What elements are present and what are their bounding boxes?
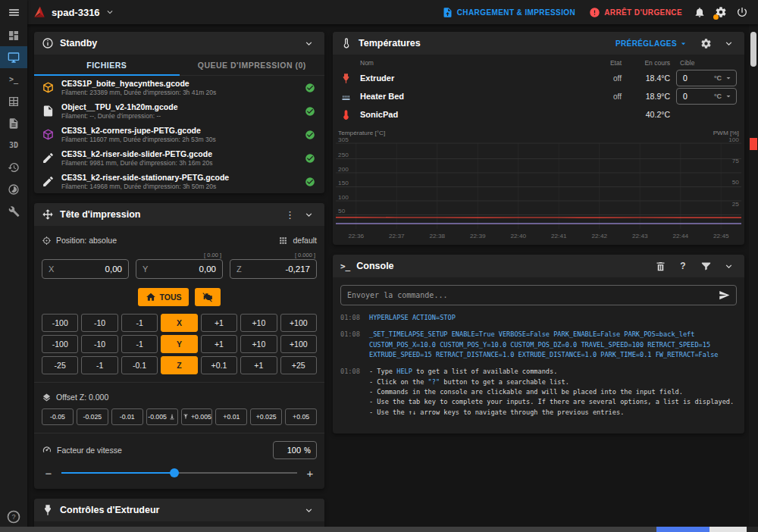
jog-button-y-+1[interactable]: +1 — [201, 335, 237, 353]
help-icon[interactable]: ? — [6, 509, 21, 524]
sidebar-item-history[interactable] — [0, 156, 27, 178]
axis-input-x[interactable]: X0,00 — [42, 259, 129, 279]
sidebar-item-printer-control[interactable] — [0, 46, 27, 68]
axis-input-y[interactable]: Y0,00 — [136, 259, 223, 279]
jog-button-z--0.1[interactable]: -0.1 — [121, 356, 158, 374]
svg-text:?: ? — [11, 513, 15, 521]
jog-button-x-+100[interactable]: +100 — [280, 314, 317, 332]
z-offset-button-+0.01[interactable]: +0.01 — [215, 408, 247, 425]
notifications-button[interactable] — [690, 2, 709, 22]
clear-console-button[interactable] — [652, 258, 669, 274]
file-row[interactable]: CE3S1P_boite_hyacynthes.gcodeFilament: 2… — [34, 76, 324, 99]
jog-axis-z[interactable]: Z — [161, 356, 197, 374]
send-icon[interactable] — [719, 289, 730, 301]
console-command-input[interactable] — [347, 291, 713, 299]
heater-name[interactable]: SonicPad — [360, 110, 588, 119]
axis-offset-hint: [ 0.000 ] — [295, 252, 315, 258]
slider-thumb[interactable] — [170, 468, 179, 477]
arrow-down-bar-icon — [168, 413, 176, 421]
jog-button-x--10[interactable]: -10 — [81, 314, 117, 332]
caret-down-icon[interactable] — [724, 74, 733, 83]
speed-factor-slider[interactable] — [61, 466, 297, 480]
sidebar-nav: >_ 3D ? — [0, 0, 27, 532]
box-icon — [42, 81, 55, 94]
jog-button-z-+0.1[interactable]: +0.1 — [201, 356, 237, 374]
motors-off-button[interactable] — [195, 288, 221, 306]
jog-button-z--25[interactable]: -25 — [42, 356, 78, 374]
sidebar-item-heightmap[interactable] — [0, 90, 27, 112]
presets-button[interactable]: PRÉRÉGLAGES — [612, 36, 691, 52]
sidebar-item-3d-viewer[interactable]: 3D — [0, 134, 27, 156]
z-offset-button-+0.005[interactable]: +0.005 — [181, 408, 213, 425]
heater-current: 40.2°C — [622, 110, 670, 119]
axis-offset-hint: [ 0.00 ] — [204, 252, 221, 258]
tab-fichiers[interactable]: FICHIERS — [34, 55, 180, 75]
emergency-stop-button[interactable]: ARRÊT D'URGENCE — [583, 2, 688, 23]
scrollbar-thumb[interactable] — [750, 32, 756, 67]
sidebar-item-gcode-files[interactable] — [0, 112, 27, 134]
tab-queue-impression[interactable]: QUEUE D'IMPRESSION (0) — [180, 55, 325, 75]
speed-factor-unit: % — [304, 446, 311, 455]
heater-target-input[interactable]: 0°C — [676, 70, 737, 86]
jog-button-z-+1[interactable]: +1 — [240, 356, 277, 374]
jog-button-z-+25[interactable]: +25 — [280, 356, 317, 374]
upload-print-button[interactable]: CHARGEMENT & IMPRESSION — [436, 2, 581, 23]
toolhead-menu-icon[interactable]: ⋮ — [285, 210, 294, 220]
jog-button-y-+100[interactable]: +100 — [280, 335, 317, 353]
sidebar-item-timelapse[interactable] — [0, 178, 27, 200]
axis-input-z[interactable]: Z-0,217 — [230, 259, 317, 279]
collapse-toolhead-button[interactable] — [300, 206, 317, 223]
jog-button-x--1[interactable]: -1 — [121, 314, 158, 332]
jog-button-y--10[interactable]: -10 — [81, 335, 117, 353]
speedometer-icon — [42, 445, 52, 455]
file-row[interactable]: Object__TPU_v2-1h20m.gcodeFilament: --, … — [34, 99, 324, 123]
power-button[interactable] — [732, 2, 752, 22]
jog-axis-y[interactable]: Y — [161, 335, 197, 353]
sidebar-item-dashboard[interactable] — [0, 24, 27, 46]
console-filter-button[interactable] — [697, 258, 714, 274]
collapse-temperatures-button[interactable] — [720, 35, 737, 52]
heater-row: SonicPad40.2°C — [340, 105, 737, 124]
vertical-scrollbar[interactable] — [749, 24, 758, 527]
file-row[interactable]: CE3S1_k2-riser-side-stationary-PETG.gcod… — [34, 170, 324, 193]
heater-target-input[interactable]: 0°C — [676, 88, 737, 105]
home-all-button[interactable]: TOUS — [138, 288, 190, 306]
sidebar-item-machine[interactable] — [0, 200, 27, 222]
settings-button[interactable] — [711, 2, 731, 22]
z-offset-button--0.005[interactable]: -0.005 — [146, 408, 178, 425]
upload-print-label: CHARGEMENT & IMPRESSION — [457, 8, 575, 17]
jog-button-y--1[interactable]: -1 — [121, 335, 158, 353]
caret-down-icon — [678, 39, 688, 49]
heater-name[interactable]: Extruder — [360, 74, 588, 83]
z-offset-button--0.025[interactable]: -0.025 — [77, 408, 108, 425]
printer-select[interactable]: spad-3316 — [32, 5, 115, 20]
collapse-extruder-button[interactable] — [300, 502, 317, 518]
temperatures-settings-button[interactable] — [697, 35, 714, 52]
jog-button-z--1[interactable]: -1 — [81, 356, 117, 374]
jog-button-x-+10[interactable]: +10 — [240, 314, 277, 332]
file-row[interactable]: CE3S1_k2-riser-side-slider-PETG.gcodeFil… — [34, 146, 324, 170]
jog-axis-x[interactable]: X — [161, 314, 197, 332]
console-log: 01:08HYPERLAPSE ACTION=STOP01:08_SET_TIM… — [333, 310, 744, 433]
z-offset-button-+0.05[interactable]: +0.05 — [285, 408, 317, 425]
file-row[interactable]: CE3S1_k2-corners-jupe-PETG.gcodeFilament… — [34, 123, 324, 146]
console-help-button[interactable]: ? — [675, 258, 691, 274]
collapse-status-button[interactable] — [300, 35, 317, 52]
jog-button-y--100[interactable]: -100 — [42, 335, 78, 353]
z-offset-button--0.01[interactable]: -0.01 — [111, 408, 143, 425]
collapse-console-button[interactable] — [720, 258, 737, 274]
jog-button-x--100[interactable]: -100 — [42, 314, 78, 332]
speed-increase-icon[interactable]: + — [305, 468, 315, 479]
jog-button-x-+1[interactable]: +1 — [201, 314, 237, 332]
menu-button[interactable] — [0, 0, 27, 24]
jog-button-y-+10[interactable]: +10 — [240, 335, 277, 353]
bell-icon — [694, 6, 706, 18]
speed-factor-input[interactable]: 100 % — [273, 441, 317, 459]
sidebar-item-console[interactable]: >_ — [0, 68, 27, 90]
caret-down-icon[interactable] — [724, 92, 733, 101]
speed-decrease-icon[interactable]: − — [43, 468, 54, 479]
z-offset-button-+0.025[interactable]: +0.025 — [250, 408, 282, 425]
heater-name[interactable]: Heater Bed — [360, 92, 588, 101]
z-offset-button--0.05[interactable]: -0.05 — [42, 408, 74, 425]
toolhead-panel: Tête d'impression ⋮ Position: absolue de… — [34, 203, 324, 489]
